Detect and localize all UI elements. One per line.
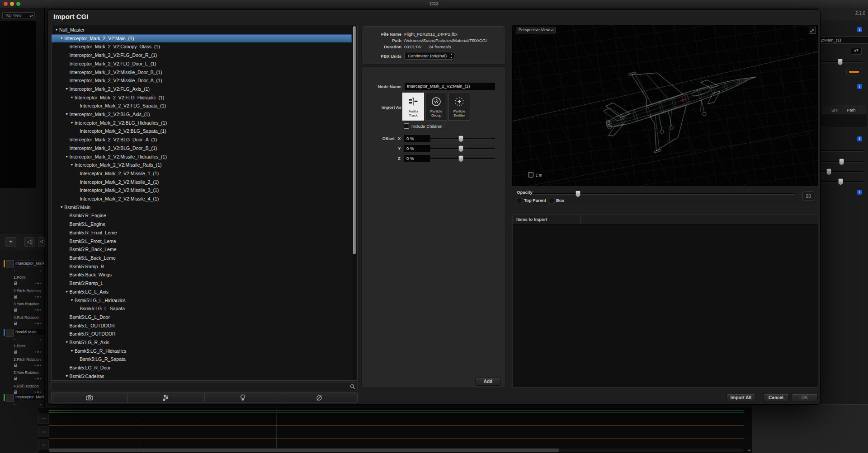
tree-item[interactable]: ▼Interceptor_Mark_2_V2:Main_(1) [52, 34, 352, 43]
disclosure-triangle-icon[interactable]: ▼ [59, 34, 64, 43]
preview-viewport[interactable]: Perspective View ▴▾ 1 m [512, 25, 818, 186]
lock-icon[interactable] [14, 378, 17, 380]
lock-icon[interactable] [14, 323, 17, 325]
track-parameter[interactable]: 1.Point◂◆▸ [0, 275, 44, 288]
add-track-button[interactable]: + [5, 237, 16, 247]
background-slider[interactable] [820, 171, 863, 172]
tree-item[interactable]: Interceptor_Mark_2_V2:FLG_Sapata_(1) [52, 102, 352, 110]
tree-item[interactable]: Bsmk5:LG_R_Door [52, 364, 352, 372]
filter-meshes-button[interactable] [127, 393, 204, 402]
offset-y-field[interactable]: 0 % [404, 145, 431, 152]
background-name-field[interactable]: 2:Main_(1) [814, 36, 868, 44]
track-name[interactable]: Interceptor_Mark_2_ [14, 260, 44, 266]
lock-icon[interactable] [14, 283, 17, 285]
disclosure-triangle-icon[interactable]: ▼ [70, 93, 74, 102]
timeline[interactable]: ◂◂ ◂◂ ◂◂ ◂▸ [38, 408, 752, 453]
background-slider[interactable] [820, 161, 863, 162]
tree-item[interactable]: Bsmk5:R_Back_Leme [52, 245, 352, 254]
node-tree[interactable]: ▼Null_Master▼Interceptor_Mark_2_V2:Main_… [51, 25, 358, 381]
track-header[interactable]: Interceptor_Mark_2_ [0, 393, 44, 402]
lock-icon[interactable] [14, 309, 17, 312]
tree-item[interactable]: Bsmk5:R_Engine [52, 211, 352, 220]
offset-z-field[interactable]: 0 % [404, 154, 431, 162]
include-children-checkbox[interactable] [404, 123, 409, 129]
tree-item[interactable]: Bsmk5:L_Engine [52, 220, 352, 229]
view-selector-dropdown[interactable]: Top View ▴▾ [2, 12, 35, 19]
disclosure-triangle-icon[interactable]: ▼ [70, 161, 74, 169]
tree-item[interactable]: ▼Interceptor_Mark_2_V2:Missile_Hidraulic… [52, 153, 352, 161]
track-header[interactable]: Bsmk5:Main [0, 328, 44, 337]
keyframe-nav-icons[interactable]: ◂◂ [38, 439, 49, 450]
track-parameter[interactable]: 2.Pitch Rotation◂◆▸ [0, 357, 44, 370]
tree-item[interactable]: Interceptor_Mark_2_V2:Missile_4_(1) [52, 195, 352, 203]
tree-item[interactable]: Interceptor_Mark_2_V2:Canopy_Glass_(1) [52, 42, 352, 51]
background-slider[interactable] [820, 61, 862, 62]
background-slider[interactable] [820, 181, 863, 182]
import-as-particle-group-button[interactable]: ParticleGroup [425, 93, 447, 121]
track-parameter[interactable]: 3.Yaw Rotation◂◆▸ [0, 301, 44, 315]
keyframe-nav-icons[interactable]: ◂◂ [38, 426, 49, 437]
tree-item[interactable]: ▼Interceptor_Mark_2_V2:Missile_Rails_(1) [52, 161, 352, 169]
info-icon[interactable]: i [857, 136, 862, 141]
disclosure-triangle-icon[interactable]: ▼ [65, 110, 69, 119]
box-checkbox[interactable] [549, 198, 554, 203]
fbx-units-dropdown[interactable]: Centimeter (original) ▴▾ [404, 52, 454, 60]
tree-item[interactable]: ▼Interceptor_Mark_2_V2:BLG_Hidraulics_(1… [52, 119, 352, 127]
lock-icon[interactable] [14, 351, 17, 354]
disclosure-triangle-icon[interactable]: ▼ [65, 85, 69, 93]
tree-item[interactable]: Bsmk5:Back_Wings [52, 271, 352, 279]
scrollbar-arrows-icon[interactable]: ◂▸ [747, 448, 751, 452]
disclosure-triangle-icon[interactable]: ▼ [70, 347, 74, 355]
fullscreen-icon[interactable] [809, 27, 816, 34]
track-options-row[interactable]: +▸ [0, 337, 44, 343]
filter-cameras-button[interactable] [52, 393, 127, 402]
track-parameter[interactable]: 1.Point◂◆▸ [0, 343, 44, 357]
tree-item[interactable]: ▼Interceptor_Mark_2_V2:FLG_Axis_(1) [52, 85, 352, 93]
disclosure-triangle-icon[interactable]: ▼ [65, 372, 69, 381]
cancel-button[interactable]: Cancel [763, 394, 789, 402]
sidebar-track-group[interactable]: Bsmk5:Main+▸1.Point◂◆▸2.Pitch Rotation◂◆… [0, 328, 44, 397]
offset-x-slider[interactable] [430, 138, 495, 139]
opacity-slider[interactable] [533, 193, 794, 194]
tree-item[interactable]: Bsmk5:LG_L_Sapata [52, 304, 352, 313]
disclosure-triangle-icon[interactable]: ▼ [65, 153, 69, 161]
timeline-scrollbar[interactable] [49, 448, 744, 452]
disclosure-triangle-icon[interactable]: ▼ [65, 338, 69, 347]
tree-item[interactable]: Interceptor_Mark_2_V2:Missile_2_(1) [52, 178, 352, 187]
playhead[interactable] [144, 408, 144, 453]
perspective-view-dropdown[interactable]: Perspective View ▴▾ [516, 27, 556, 33]
filter-lights-button[interactable] [204, 393, 281, 402]
import-as-audio-track-button[interactable]: AudioTrack [402, 93, 424, 121]
tree-item[interactable]: Interceptor_Mark_2_V2:Missile_Door_B_(1) [52, 68, 352, 77]
tree-item[interactable]: Bsmk5:R_Front_Leme [52, 229, 352, 237]
info-icon[interactable]: i [857, 84, 862, 89]
info-icon[interactable]: i [857, 190, 862, 195]
step-back-button[interactable]: < [38, 237, 45, 247]
tree-item[interactable]: ▼Bsmk5:LG_R_Hidraulics [52, 347, 352, 355]
tree-item[interactable]: Interceptor_Mark_2_V2:Missile_Door_A_(1) [52, 76, 352, 85]
tree-item[interactable]: Interceptor_Mark_2_V2:FLG_Door_R_(1) [52, 51, 352, 60]
keyframe-nav-icons[interactable]: ◂◂ [38, 413, 49, 424]
keyframe-nav-icons[interactable]: ◂◆▸ [34, 322, 42, 325]
top-parent-checkbox[interactable] [517, 198, 522, 203]
background-stepper[interactable]: ▴▾ [851, 47, 862, 55]
lock-icon[interactable] [14, 365, 17, 367]
tree-item[interactable]: Bsmk5:L_Front_Leme [52, 237, 352, 246]
tree-item[interactable]: ▼Bsmk5:LG_L_Hidraulics [52, 296, 352, 305]
track-parameter[interactable]: 2.Pitch Rotation◂◆▸ [0, 288, 44, 302]
tree-scrollbar[interactable] [353, 26, 356, 379]
tree-item[interactable]: ▼Null_Master [52, 26, 352, 34]
import-all-button[interactable]: Import All [726, 394, 755, 402]
track-options-row[interactable]: +▸ [0, 402, 44, 408]
tree-item[interactable]: ▼Bsmk5:Main [52, 203, 352, 212]
tree-item[interactable]: ▼Bsmk5:LG_L_Axis [52, 288, 352, 296]
timeline-scrollbar-thumb[interactable] [49, 448, 559, 452]
disclosure-triangle-icon[interactable]: ▼ [70, 296, 74, 305]
tree-item[interactable]: Bsmk5:L_Back_Leme [52, 254, 352, 262]
offset-y-slider[interactable] [430, 148, 495, 149]
tree-search-input[interactable] [51, 383, 358, 390]
disclosure-triangle-icon[interactable]: ▼ [54, 26, 59, 34]
items-to-import-table[interactable]: Items to Import [512, 215, 818, 388]
go-to-start-button[interactable]: ◁| [24, 237, 35, 247]
lock-icon[interactable] [14, 296, 17, 299]
